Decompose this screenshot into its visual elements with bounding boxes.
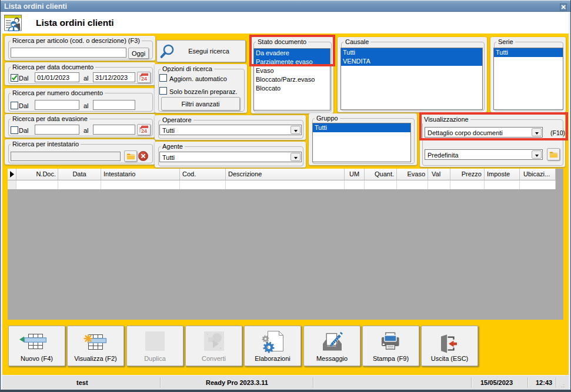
svg-text:24: 24: [141, 76, 147, 82]
svg-text:24: 24: [141, 128, 147, 134]
